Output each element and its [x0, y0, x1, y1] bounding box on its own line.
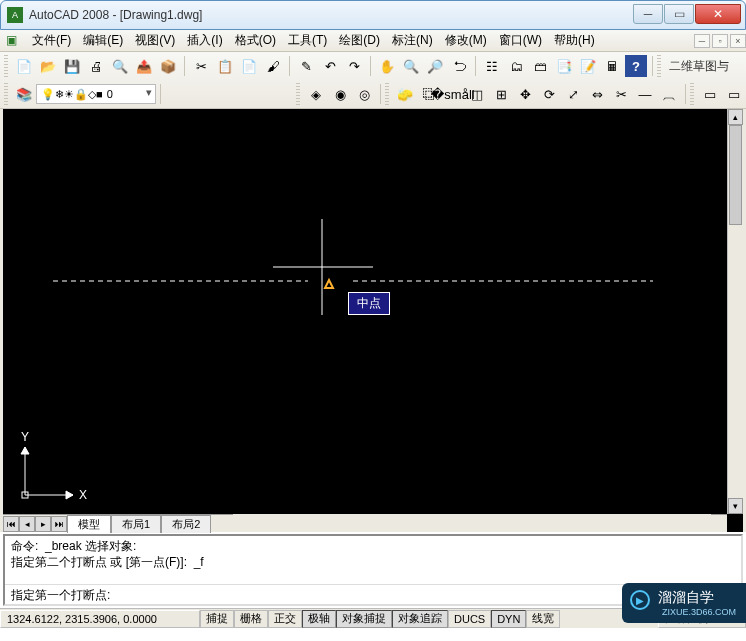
blockeditor-button[interactable]: ✎ [295, 55, 317, 77]
drawing-area[interactable]: X Y 中点 ▴ ▾ ⏮ ◂ ▸ ⏭ 模型 布局1 布局2 [0, 109, 746, 532]
pan-button[interactable]: ✋ [376, 55, 398, 77]
zoom-window-button[interactable]: 🔎 [424, 55, 446, 77]
rotate-button[interactable]: ⟳ [538, 83, 560, 105]
extend-button[interactable]: — [634, 83, 656, 105]
layeriso-button[interactable]: ◈ [305, 83, 327, 105]
help-button[interactable]: ? [625, 55, 647, 77]
window-controls: ─ ▭ ✕ [632, 4, 741, 26]
clean-button[interactable]: ▭ [699, 83, 721, 105]
status-snap-toggle[interactable]: 捕捉 [200, 610, 234, 628]
toolbar-separator [370, 56, 371, 76]
zoom-rt-button[interactable]: 🔍 [400, 55, 422, 77]
menu-help[interactable]: 帮助(H) [548, 30, 601, 51]
tab-layout2[interactable]: 布局2 [161, 515, 211, 533]
preview-button[interactable]: 🔍 [109, 55, 131, 77]
scale-button[interactable]: ⤢ [562, 83, 584, 105]
menu-app-icon[interactable]: ▣ [6, 33, 22, 49]
menu-edit[interactable]: 编辑(E) [77, 30, 129, 51]
toolbar-grip[interactable] [4, 55, 8, 77]
tab-first-button[interactable]: ⏮ [3, 516, 19, 532]
markup-button[interactable]: 📝 [577, 55, 599, 77]
menu-draw[interactable]: 绘图(D) [333, 30, 386, 51]
unsaved-button[interactable]: ▭ [723, 83, 745, 105]
tab-layout1[interactable]: 布局1 [111, 515, 161, 533]
menu-modify[interactable]: 修改(M) [439, 30, 493, 51]
status-otrack-toggle[interactable]: 对象追踪 [392, 610, 448, 628]
status-dyn-toggle[interactable]: DYN [491, 610, 526, 628]
tab-prev-button[interactable]: ◂ [19, 516, 35, 532]
menu-insert[interactable]: 插入(I) [181, 30, 228, 51]
erase-button[interactable]: 🧽 [394, 83, 416, 105]
toolbar-grip[interactable] [296, 83, 300, 105]
toolbar-grip[interactable] [4, 83, 8, 105]
layerprev-button[interactable]: ◉ [329, 83, 351, 105]
status-ducs-toggle[interactable]: DUCS [448, 610, 491, 628]
menu-format[interactable]: 格式(O) [229, 30, 282, 51]
command-history[interactable]: 命令: _break 选择对象: 指定第二个打断点 或 [第一点(F)]: _f [5, 536, 741, 584]
menu-dimension[interactable]: 标注(N) [386, 30, 439, 51]
tab-next-button[interactable]: ▸ [35, 516, 51, 532]
status-lwt-toggle[interactable]: 线宽 [526, 610, 560, 628]
status-grid-toggle[interactable]: 栅格 [234, 610, 268, 628]
break-button[interactable]: ⏠ [658, 83, 680, 105]
close-button[interactable]: ✕ [695, 4, 741, 24]
3ddwf-button[interactable]: 📦 [157, 55, 179, 77]
mdi-restore-button[interactable]: ▫ [712, 34, 728, 48]
mirror-button[interactable]: �småll [442, 83, 464, 105]
copy-button[interactable]: 📋 [214, 55, 236, 77]
undo-button[interactable]: ↶ [319, 55, 341, 77]
tab-model[interactable]: 模型 [67, 515, 111, 533]
scroll-thumb[interactable] [729, 125, 742, 225]
trim-button[interactable]: ✂ [610, 83, 632, 105]
layermatch-button[interactable]: ◎ [353, 83, 375, 105]
sheetset-button[interactable]: 📑 [553, 55, 575, 77]
menu-tools[interactable]: 工具(T) [282, 30, 333, 51]
layer-dropdown[interactable]: 💡❄☀🔒◇■ 0 [36, 84, 156, 104]
mdi-minimize-button[interactable]: ─ [694, 34, 710, 48]
redo-button[interactable]: ↷ [343, 55, 365, 77]
status-osnap-toggle[interactable]: 对象捕捉 [336, 610, 392, 628]
toolbar-grip[interactable] [690, 83, 694, 105]
open-button[interactable]: 📂 [37, 55, 59, 77]
publish-button[interactable]: 📤 [133, 55, 155, 77]
mdi-close-button[interactable]: × [730, 34, 746, 48]
workspace-label[interactable]: 二维草图与 [665, 58, 733, 75]
new-button[interactable]: 📄 [13, 55, 35, 77]
standard-toolbar: 📄 📂 💾 🖨 🔍 📤 📦 ✂ 📋 📄 🖌 ✎ ↶ ↷ ✋ 🔍 🔎 ⮌ ☷ 🗂 … [0, 52, 746, 80]
toolpalettes-button[interactable]: 🗃 [529, 55, 551, 77]
toolbar-grip[interactable] [385, 83, 389, 105]
array-button[interactable]: ⊞ [490, 83, 512, 105]
properties-button[interactable]: ☷ [481, 55, 503, 77]
save-button[interactable]: 💾 [61, 55, 83, 77]
paste-button[interactable]: 📄 [238, 55, 260, 77]
play-icon: ▶ [630, 590, 650, 610]
drawing-canvas[interactable]: X Y [3, 109, 743, 532]
layer-manager-button[interactable]: 📚 [13, 83, 35, 105]
vertical-scrollbar[interactable]: ▴ ▾ [727, 109, 743, 514]
menu-view[interactable]: 视图(V) [129, 30, 181, 51]
matchprop-button[interactable]: 🖌 [262, 55, 284, 77]
command-prompt: 指定第一个打断点: [11, 587, 110, 602]
status-ortho-toggle[interactable]: 正交 [268, 610, 302, 628]
menu-window[interactable]: 窗口(W) [493, 30, 548, 51]
toolbar-grip[interactable] [657, 55, 661, 77]
cut-button[interactable]: ✂ [190, 55, 212, 77]
move-button[interactable]: ✥ [514, 83, 536, 105]
plot-button[interactable]: 🖨 [85, 55, 107, 77]
offset-button[interactable]: ◫ [466, 83, 488, 105]
menu-file[interactable]: 文件(F) [26, 30, 77, 51]
status-coords[interactable]: 1324.6122, 2315.3906, 0.0000 [0, 610, 200, 628]
status-polar-toggle[interactable]: 极轴 [302, 610, 336, 628]
scroll-down-button[interactable]: ▾ [728, 498, 743, 514]
mdi-controls: ─ ▫ × [692, 34, 746, 48]
toolbar-separator [160, 84, 161, 104]
designcenter-button[interactable]: 🗂 [505, 55, 527, 77]
minimize-button[interactable]: ─ [633, 4, 663, 24]
horizontal-scrollbar[interactable] [233, 514, 711, 532]
tab-last-button[interactable]: ⏭ [51, 516, 67, 532]
maximize-button[interactable]: ▭ [664, 4, 694, 24]
zoom-prev-button[interactable]: ⮌ [448, 55, 470, 77]
calc-button[interactable]: 🖩 [601, 55, 623, 77]
stretch-button[interactable]: ⇔ [586, 83, 608, 105]
scroll-up-button[interactable]: ▴ [728, 109, 743, 125]
